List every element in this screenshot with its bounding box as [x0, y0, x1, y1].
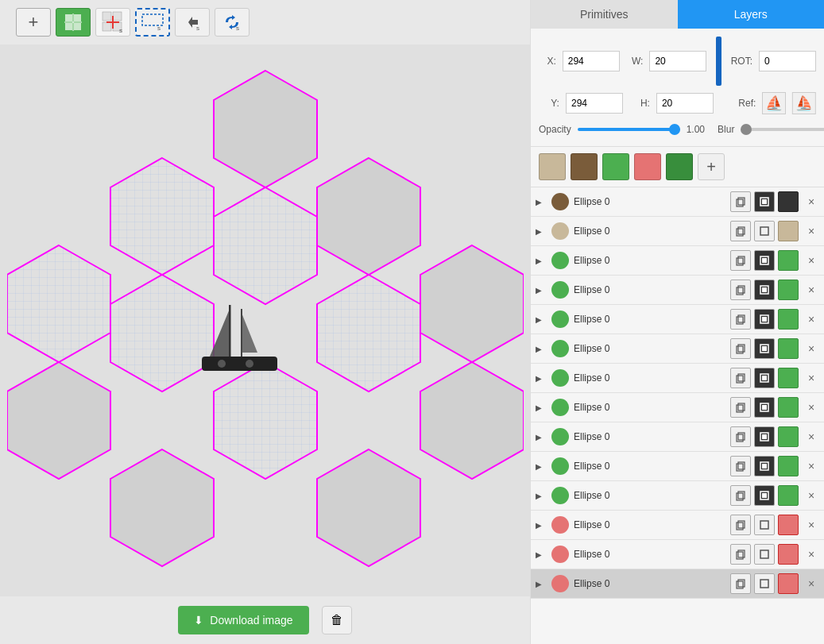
- layer-visibility-button[interactable]: [754, 515, 775, 535]
- opacity-slider[interactable]: [578, 128, 680, 131]
- layer-color-button[interactable]: [778, 485, 799, 506]
- layer-expand-icon[interactable]: ▶: [536, 315, 547, 324]
- layer-visibility-button[interactable]: [754, 456, 775, 476]
- layer-visibility-button[interactable]: [754, 191, 775, 212]
- layer-expand-icon[interactable]: ▶: [536, 286, 547, 295]
- layer-visibility-button[interactable]: [754, 368, 775, 388]
- layer-color-button[interactable]: [778, 309, 799, 330]
- add-swatch-button[interactable]: +: [698, 153, 725, 180]
- layer-copy-button[interactable]: [730, 280, 751, 300]
- layer-color-button[interactable]: [778, 338, 799, 359]
- layer-close-button[interactable]: ×: [803, 341, 819, 357]
- layer-row[interactable]: ▶Ellipse 0×: [531, 334, 824, 364]
- layer-row[interactable]: ▶Ellipse 0×: [531, 452, 824, 481]
- layer-copy-button[interactable]: [730, 515, 751, 535]
- layer-expand-icon[interactable]: ▶: [536, 492, 547, 500]
- layer-row[interactable]: ▶Ellipse 0×: [531, 246, 824, 276]
- flip-v-button[interactable]: ⛵: [792, 92, 816, 114]
- layer-row[interactable]: ▶Ellipse 0×: [531, 511, 824, 540]
- layer-close-button[interactable]: ×: [803, 488, 819, 503]
- layer-color-button[interactable]: [778, 368, 799, 388]
- y-input[interactable]: [566, 93, 623, 114]
- layer-color-button[interactable]: [778, 191, 799, 212]
- layer-copy-button[interactable]: [730, 544, 751, 565]
- layer-expand-icon[interactable]: ▶: [536, 580, 547, 588]
- layer-close-button[interactable]: ×: [803, 194, 819, 210]
- swatch-brown[interactable]: [571, 153, 598, 180]
- layer-close-button[interactable]: ×: [803, 429, 819, 445]
- layer-color-button[interactable]: [778, 426, 799, 447]
- layer-close-button[interactable]: ×: [803, 370, 819, 386]
- layer-expand-icon[interactable]: ▶: [536, 374, 547, 383]
- flip-h-button[interactable]: ⛵: [762, 92, 786, 114]
- layer-close-button[interactable]: ×: [803, 546, 819, 562]
- layer-copy-button[interactable]: [730, 338, 751, 359]
- layer-row[interactable]: ▶Ellipse 0×: [531, 217, 824, 246]
- layer-close-button[interactable]: ×: [803, 282, 819, 298]
- layer-copy-button[interactable]: [730, 368, 751, 388]
- layer-close-button[interactable]: ×: [803, 311, 819, 327]
- layer-close-button[interactable]: ×: [803, 576, 819, 592]
- swatch-red[interactable]: [634, 153, 661, 180]
- h-input[interactable]: [656, 93, 714, 114]
- layer-close-button[interactable]: ×: [803, 253, 819, 268]
- layer-expand-icon[interactable]: ▶: [536, 550, 547, 559]
- layer-expand-icon[interactable]: ▶: [536, 198, 547, 206]
- layer-visibility-button[interactable]: [754, 250, 775, 271]
- rotate-tool-button[interactable]: s: [215, 8, 250, 37]
- layer-color-button[interactable]: [778, 221, 799, 241]
- layer-expand-icon[interactable]: ▶: [536, 521, 547, 530]
- select-tool-button[interactable]: s: [135, 8, 170, 37]
- layer-visibility-button[interactable]: [754, 485, 775, 506]
- layer-visibility-button[interactable]: [754, 573, 775, 594]
- layer-row[interactable]: ▶Ellipse 0×: [531, 305, 824, 334]
- move-tool-button[interactable]: s: [175, 8, 210, 37]
- w-input[interactable]: [649, 51, 706, 71]
- tab-primitives[interactable]: Primitives: [531, 0, 678, 29]
- layer-copy-button[interactable]: [730, 573, 751, 594]
- layer-row[interactable]: ▶Ellipse 0×: [531, 422, 824, 452]
- layer-row[interactable]: ▶Ellipse 0×: [531, 276, 824, 305]
- layer-row[interactable]: ▶Ellipse 0×: [531, 540, 824, 569]
- layer-visibility-button[interactable]: [754, 397, 775, 418]
- layer-copy-button[interactable]: [730, 221, 751, 241]
- layer-visibility-button[interactable]: [754, 280, 775, 300]
- layer-close-button[interactable]: ×: [803, 223, 819, 239]
- layer-copy-button[interactable]: [730, 456, 751, 476]
- layer-color-button[interactable]: [778, 250, 799, 271]
- layer-expand-icon[interactable]: ▶: [536, 433, 547, 442]
- layer-close-button[interactable]: ×: [803, 458, 819, 474]
- layer-visibility-button[interactable]: [754, 426, 775, 447]
- layer-expand-icon[interactable]: ▶: [536, 227, 547, 236]
- layer-row[interactable]: ▶Ellipse 0×: [531, 364, 824, 393]
- layer-copy-button[interactable]: [730, 250, 751, 271]
- layer-visibility-button[interactable]: [754, 309, 775, 330]
- layer-color-button[interactable]: [778, 515, 799, 535]
- layer-row[interactable]: ▶Ellipse 0×: [531, 393, 824, 422]
- layer-copy-button[interactable]: [730, 426, 751, 447]
- layer-copy-button[interactable]: [730, 485, 751, 506]
- blur-slider[interactable]: [741, 128, 824, 131]
- layer-close-button[interactable]: ×: [803, 517, 819, 533]
- cross-tool-button[interactable]: s: [95, 8, 130, 37]
- grid-tool-button[interactable]: [56, 8, 91, 37]
- layer-color-button[interactable]: [778, 573, 799, 594]
- layer-expand-icon[interactable]: ▶: [536, 256, 547, 265]
- download-button[interactable]: ⬇ Download image: [178, 606, 308, 634]
- layer-visibility-button[interactable]: [754, 338, 775, 359]
- layer-copy-button[interactable]: [730, 191, 751, 212]
- layer-row[interactable]: ▶Ellipse 0×: [531, 187, 824, 217]
- layer-expand-icon[interactable]: ▶: [536, 403, 547, 412]
- layer-color-button[interactable]: [778, 544, 799, 565]
- swatch-dark-green[interactable]: [666, 153, 693, 180]
- layer-color-button[interactable]: [778, 456, 799, 476]
- layer-visibility-button[interactable]: [754, 221, 775, 241]
- layer-row[interactable]: ▶Ellipse 0×: [531, 569, 824, 599]
- swatch-green[interactable]: [602, 153, 629, 180]
- layer-copy-button[interactable]: [730, 309, 751, 330]
- layer-color-button[interactable]: [778, 397, 799, 418]
- add-tool-button[interactable]: +: [16, 8, 51, 37]
- layer-visibility-button[interactable]: [754, 544, 775, 565]
- x-input[interactable]: [563, 51, 620, 71]
- tab-layers[interactable]: Layers: [678, 0, 825, 29]
